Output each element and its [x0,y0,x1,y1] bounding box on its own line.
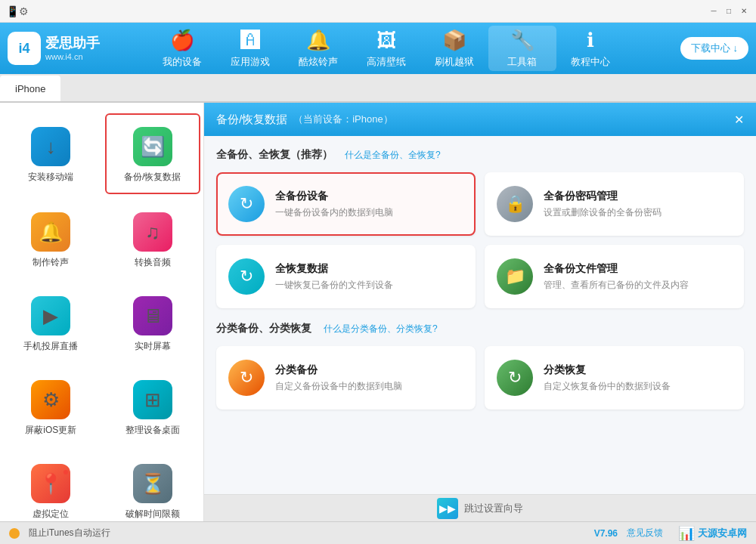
card-title-full-restore-data: 全恢复数据 [275,262,393,276]
card-icon-full-backup-pwd: 🔒 [497,186,533,222]
sidebar-item-block-ios[interactable]: ⚙ 屏蔽iOS更新 [3,368,99,446]
title-bar: 📱 ⚙ ─ □ ✕ [0,0,756,23]
nav-item-my-device[interactable]: 🍎 我的设备 [148,26,216,71]
sidebar-label-fake-location: 虚拟定位 [33,508,69,521]
right-panel: 备份/恢复数据 （当前设备：iPhone） ✕ 全备份、全恢复（推荐） 什么是全… [204,103,756,521]
brand-name: 天源安卓网 [698,527,747,540]
nav-icon-app-games: 🅰 [240,29,260,52]
panel-close-button[interactable]: ✕ [734,113,744,127]
card-desc-category-restore: 自定义恢复备份中的数据到设备 [544,380,671,393]
sidebar-item-break-time[interactable]: ⏳ 破解时间限额 [105,452,201,521]
title-bar-left: 📱 ⚙ [6,5,708,17]
nav-item-tutorial[interactable]: ℹ 教程中心 [556,26,624,71]
nav-label-my-device: 我的设备 [163,55,202,69]
section-header-full-backup: 全备份、全恢复（推荐） 什么是全备份、全恢复? [216,148,744,162]
sidebar-item-convert-audio[interactable]: ♫ 转换音频 [105,200,201,278]
section-title-full-backup: 全备份、全恢复（推荐） [216,148,333,162]
nav-icon-tutorial: ℹ [587,29,594,52]
card-category-restore[interactable]: ↻ 分类恢复 自定义恢复备份中的数据到设备 [485,346,744,410]
sidebar-item-make-ringtone[interactable]: 🔔 制作铃声 [3,200,99,278]
sidebar-icon-make-ringtone: 🔔 [31,212,70,252]
sidebar-item-install-app[interactable]: ↓ 安装移动端 [3,113,99,194]
nav-label-tutorial: 教程中心 [571,55,610,69]
version-label: V7.96 [594,528,618,539]
panel-body: 全备份、全恢复（推荐） 什么是全备份、全恢复? ↻ 全备份设备 一键备份设备内的… [204,136,756,494]
nav-icon-ringtone: 🔔 [306,29,330,52]
sidebar-item-fake-location[interactable]: 📍 ● 虚拟定位 [3,452,99,521]
card-title-category-backup-item: 分类备份 [275,363,402,377]
nav-icon-toolbox: 🔧 [510,29,534,52]
tab-iphone[interactable]: iPhone [0,76,60,101]
sidebar-label-install-app: 安装移动端 [28,171,73,184]
sidebar-label-block-ios: 屏蔽iOS更新 [25,424,76,437]
nav-item-wallpaper[interactable]: 🖼 高清壁纸 [352,26,420,71]
sidebar-icon-break-time: ⏳ [133,464,172,503]
card-icon-full-backup-files: 📁 [497,258,533,295]
tab-bar: iPhone [0,74,756,103]
card-text-category-restore: 分类恢复 自定义恢复备份中的数据到设备 [544,363,671,393]
sidebar-item-organize-desktop[interactable]: ⊞ 整理设备桌面 [105,368,201,446]
card-icon-char-full-backup-files: 📁 [505,267,525,286]
sidebar-label-make-ringtone: 制作铃声 [33,256,69,269]
close-button[interactable]: ✕ [738,5,750,17]
card-desc-full-backup-pwd: 设置或删除设备的全备份密码 [544,206,662,219]
card-icon-char-full-backup-pwd: 🔒 [505,194,525,214]
nav-label-jailbreak: 刷机越狱 [435,55,474,69]
nav-items: 🍎 我的设备 🅰 应用游戏 🔔 酷炫铃声 🖼 高清壁纸 📦 刷机越狱 🔧 工具箱… [100,26,673,71]
cards-row-full-backup: ↻ 全备份设备 一键备份设备内的数据到电脑 🔒 全备份密码管理 设置或删除设备的… [216,172,744,308]
nav-item-ringtone[interactable]: 🔔 酷炫铃声 [284,26,352,71]
sidebar-icon-phone-mirror: ▶ [31,296,70,335]
nav-icon-my-device: 🍎 [170,29,194,52]
sidebar-label-phone-mirror: 手机投屏直播 [23,340,78,353]
download-button[interactable]: 下载中心 ↓ [680,37,748,60]
card-category-backup-item[interactable]: ↻ 分类备份 自定义备份设备中的数据到电脑 [216,346,476,410]
logo-text-area: 爱思助手 www.i4.cn [45,36,100,61]
card-text-full-restore-data: 全恢复数据 一键恢复已备份的文件到设备 [275,262,393,292]
card-desc-full-backup-device: 一键备份设备内的数据到电脑 [275,206,393,219]
sidebar-icon-live-screen: 🖥 [133,296,172,335]
sidebar-icon-block-ios: ⚙ [31,380,70,419]
skip-guide-icon: ▶▶ [437,498,458,519]
panel-subtitle: （当前设备：iPhone） [293,113,392,126]
brand-logo-area: 📊 天源安卓网 [678,525,747,542]
card-title-category-restore: 分类恢复 [544,363,671,377]
card-desc-full-restore-data: 一键恢复已备份的文件到设备 [275,279,393,292]
section-full-backup: 全备份、全恢复（推荐） 什么是全备份、全恢复? ↻ 全备份设备 一键备份设备内的… [216,148,744,308]
nav-item-app-games[interactable]: 🅰 应用游戏 [216,26,284,71]
title-bar-controls: ─ □ ✕ [708,5,750,17]
card-title-full-backup-files: 全备份文件管理 [544,262,689,276]
card-text-category-backup-item: 分类备份 自定义备份设备中的数据到电脑 [275,363,402,393]
section-header-category-backup: 分类备份、分类恢复 什么是分类备份、分类恢复? [216,322,744,335]
card-icon-char-category-backup-item: ↻ [240,368,253,388]
logo-sub: www.i4.cn [45,52,100,61]
sidebar-label-backup-restore: 备份/恢复数据 [124,171,181,184]
card-icon-full-restore-data: ↻ [228,258,265,295]
sidebar: ↓ 安装移动端 🔄 备份/恢复数据 🔔 制作铃声 ♫ 转换音频 [0,103,204,521]
sidebar-item-backup-restore[interactable]: 🔄 备份/恢复数据 [105,113,201,194]
card-title-full-backup-pwd: 全备份密码管理 [544,190,662,203]
card-icon-category-restore: ↻ [497,360,533,396]
section-link-full-backup[interactable]: 什么是全备份、全恢复? [345,149,441,162]
sidebar-label-convert-audio: 转换音频 [135,256,171,269]
sidebar-item-live-screen[interactable]: 🖥 实时屏幕 [105,284,201,362]
panel-title: 备份/恢复数据 [216,113,287,127]
minimize-button[interactable]: ─ [708,5,720,17]
section-link-category-backup[interactable]: 什么是分类备份、分类恢复? [324,323,438,335]
sidebar-label-organize-desktop: 整理设备桌面 [125,424,180,437]
itunes-indicator [9,528,20,539]
nav-item-jailbreak[interactable]: 📦 刷机越狱 [420,26,488,71]
sidebar-item-phone-mirror[interactable]: ▶ 手机投屏直播 [3,284,99,362]
sidebar-icon-organize-desktop: ⊞ [133,380,172,419]
card-desc-category-backup-item: 自定义备份设备中的数据到电脑 [275,380,402,393]
card-full-backup-pwd[interactable]: 🔒 全备份密码管理 设置或删除设备的全备份密码 [485,172,744,236]
card-full-backup-device[interactable]: ↻ 全备份设备 一键备份设备内的数据到电脑 [216,172,476,236]
maximize-button[interactable]: □ [723,5,735,17]
nav-item-toolbox[interactable]: 🔧 工具箱 [488,26,556,71]
card-full-restore-data[interactable]: ↻ 全恢复数据 一键恢复已备份的文件到设备 [216,245,476,308]
sidebar-grid: ↓ 安装移动端 🔄 备份/恢复数据 🔔 制作铃声 ♫ 转换音频 [0,110,203,521]
card-text-full-backup-pwd: 全备份密码管理 设置或删除设备的全备份密码 [544,190,662,219]
card-full-backup-files[interactable]: 📁 全备份文件管理 管理、查看所有已备份的文件及内容 [485,245,744,308]
skip-guide-bar[interactable]: ▶▶ 跳过设置向导 [204,494,756,521]
main-container: ↓ 安装移动端 🔄 备份/恢复数据 🔔 制作铃声 ♫ 转换音频 [0,103,756,521]
feedback-button[interactable]: 意见反馈 [627,527,663,539]
